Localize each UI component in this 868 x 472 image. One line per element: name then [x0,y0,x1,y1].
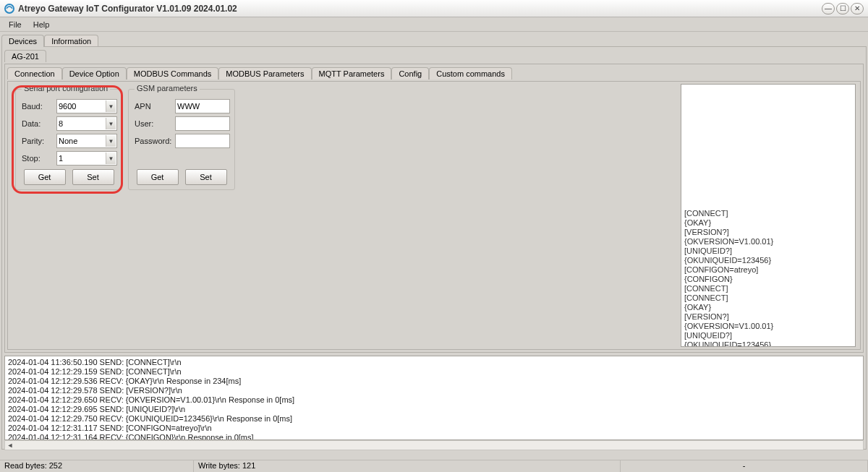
tab-devices[interactable]: Devices [1,35,44,47]
tab-ag201[interactable]: AG-201 [4,50,46,62]
data-label: Data: [22,119,56,128]
stop-combo[interactable]: 1▼ [56,151,117,166]
app-icon [4,4,14,14]
scroll-left-icon: ◄ [5,441,15,450]
status-write-bytes: Write bytes: 121 [194,460,621,472]
tab-modbus-parameters[interactable]: MODBUS Parameters [218,67,311,80]
device-tabstrip: AG-201 [2,47,866,61]
serial-get-button[interactable]: Get [24,169,66,185]
baud-value: 9600 [59,102,76,111]
chevron-down-icon: ▼ [106,153,116,164]
stop-label: Stop: [22,154,56,163]
chevron-down-icon: ▼ [106,100,116,112]
tab-custom-commands[interactable]: Custom commands [429,67,512,80]
user-label: User: [135,119,175,128]
status-read-bytes: Read bytes: 252 [0,460,194,472]
apn-value: WWW [177,102,200,111]
close-button[interactable]: ✕ [851,3,864,14]
config-area: Serial port configuration Baud: 9600▼ Da… [8,82,684,349]
serial-set-button[interactable]: Set [72,169,114,185]
serial-legend: Serial port configuration [22,84,110,93]
menu-file[interactable]: File [3,19,27,30]
chevron-down-icon: ▼ [106,135,116,147]
gsm-groupbox: GSM parameters APN WWW User: Password: [128,89,235,190]
terminal-log[interactable]: 2024-01-04 11:36:50.190 SEND: [CONNECT]\… [4,356,864,440]
device-option-panel: Serial port configuration Baud: 9600▼ Da… [7,81,861,350]
window-title: Atreyo Gateway IoT Configurator V1.01.09… [18,4,822,14]
apn-field[interactable]: WWW [175,99,230,113]
stop-value: 1 [59,154,63,163]
response-log-text: [CONNECT] {OKAY} [VERSION?] {OKVERSION=V… [684,209,773,347]
menu-help[interactable]: Help [27,19,56,30]
menubar: File Help [0,17,868,32]
maximize-button[interactable]: ☐ [836,3,849,14]
option-tabstrip: Connection Device Option MODBUS Commands… [5,64,863,79]
parity-value: None [59,137,77,145]
serial-groupbox: Serial port configuration Baud: 9600▼ Da… [15,89,122,190]
gsm-legend: GSM parameters [135,84,200,93]
minimize-button[interactable]: — [822,3,835,14]
terminal-log-text: 2024-01-04 11:36:50.190 SEND: [CONNECT]\… [8,358,294,440]
gsm-get-button[interactable]: Get [137,169,179,185]
log-scrollbar[interactable]: ◄ [4,440,864,450]
status-bar: Read bytes: 252 Write bytes: 121 - [0,460,868,472]
chevron-down-icon: ▼ [106,118,116,129]
outer-panel: AG-201 Connection Device Option MODBUS C… [1,46,867,450]
apn-label: APN [135,102,175,111]
tab-config[interactable]: Config [391,67,429,80]
response-log[interactable]: [CONNECT] {OKAY} [VERSION?] {OKVERSION=V… [681,84,856,347]
password-label: Password: [135,137,175,145]
data-combo[interactable]: 8▼ [56,116,117,131]
tab-mqtt-parameters[interactable]: MQTT Parameters [312,67,392,80]
outer-tabstrip: Devices Information [0,32,868,46]
user-field[interactable] [175,116,230,131]
baud-combo[interactable]: 9600▼ [56,99,117,113]
parity-label: Parity: [22,137,56,145]
status-right: - [621,460,868,472]
tab-information[interactable]: Information [44,35,98,47]
tab-connection[interactable]: Connection [7,67,62,80]
svg-point-0 [5,4,14,13]
data-value: 8 [59,119,63,128]
password-field[interactable] [175,134,230,148]
window-titlebar: Atreyo Gateway IoT Configurator V1.01.09… [0,0,868,17]
tab-modbus-commands[interactable]: MODBUS Commands [127,67,219,80]
inner-panel: Connection Device Option MODBUS Commands… [4,64,864,353]
tab-device-option[interactable]: Device Option [62,67,127,80]
gsm-set-button[interactable]: Set [185,169,227,185]
baud-label: Baud: [22,102,56,111]
parity-combo[interactable]: None▼ [56,134,117,148]
